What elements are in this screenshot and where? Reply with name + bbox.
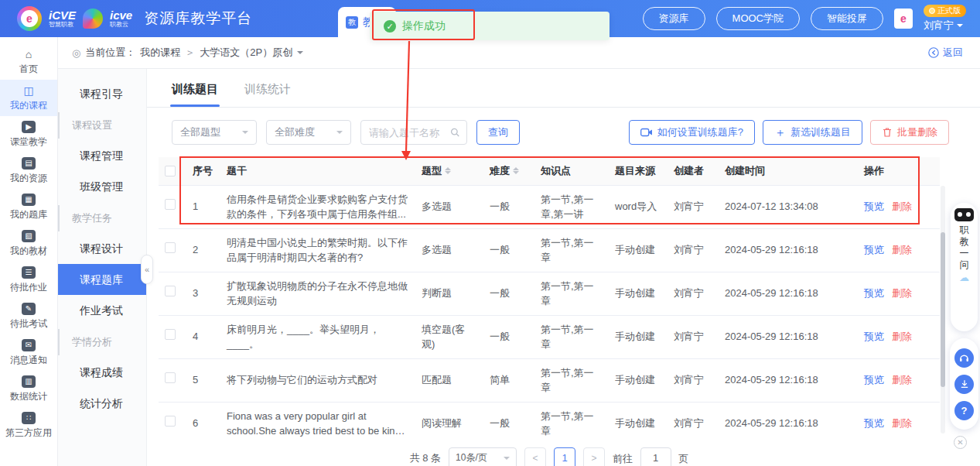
row-checkbox[interactable]: [165, 416, 176, 427]
logo-cluster: iCVE 智慧职教 icve 职教云 资源库教学平台: [17, 6, 252, 31]
app-root: iCVE 智慧职教 icve 职教云 资源库教学平台 资源库 MOOC学院 智能…: [0, 0, 980, 466]
preview-link[interactable]: 预览: [864, 416, 884, 431]
sidebar-item-pending-homework[interactable]: ☰ 待批作业: [0, 262, 57, 298]
my-courses-icon: ◫: [23, 84, 33, 97]
created-time: 2024-05-29 12:16:18: [719, 409, 858, 437]
next-page-button[interactable]: >: [583, 447, 605, 466]
knowledge-points: 第一节,第一章: [534, 272, 609, 315]
goto-page-input[interactable]: [640, 447, 671, 466]
course-menu-group-1: 课程设置: [58, 112, 146, 139]
table-scrollbar[interactable]: [941, 232, 945, 387]
preview-link[interactable]: 预览: [864, 242, 884, 258]
question-type-select[interactable]: 全部题型: [172, 120, 257, 145]
help-button[interactable]: ?: [954, 401, 974, 420]
sidebar-item-third-party-apps[interactable]: ∷ 第三方应用: [0, 407, 57, 444]
sidebar-item-data-statistics[interactable]: ▥ 数据统计: [0, 371, 57, 407]
row-checkbox[interactable]: [165, 286, 176, 296]
back-button[interactable]: 返回: [928, 46, 963, 60]
course-menu-item-9[interactable]: 课程成绩: [58, 357, 146, 388]
download-button[interactable]: [954, 375, 974, 394]
classroom-teaching-icon: ▶: [22, 121, 36, 133]
download-icon: [959, 379, 970, 389]
header-nav-button-2[interactable]: 智能投屏: [811, 7, 883, 30]
sidebar-item-my-resources[interactable]: ▤ 我的资源: [0, 152, 57, 189]
preview-link[interactable]: 预览: [864, 372, 884, 388]
delete-link[interactable]: 删除: [892, 329, 912, 344]
preview-link[interactable]: 预览: [864, 329, 884, 344]
home-icon: ⌂: [26, 48, 32, 60]
course-menu-item-3[interactable]: 班级管理: [58, 171, 146, 202]
sort-icon[interactable]: [513, 164, 519, 177]
row-checkbox[interactable]: [165, 329, 176, 340]
close-floating-button[interactable]: ✕: [954, 436, 967, 449]
data-statistics-icon: ▥: [22, 375, 36, 388]
row-number: 5: [186, 366, 220, 394]
delete-link[interactable]: 删除: [892, 199, 912, 214]
question-stem: 明清是中国小说史上的繁荣时期。以下作品属于明清时期四大名著的有?: [220, 229, 415, 272]
row-number: 1: [186, 193, 220, 221]
pending-homework-icon: ☰: [22, 266, 36, 279]
support-button[interactable]: [954, 348, 974, 368]
delete-link[interactable]: 删除: [892, 416, 912, 431]
prev-page-button[interactable]: <: [524, 447, 546, 466]
batch-delete-button[interactable]: 批量删除: [870, 120, 949, 145]
select-all-checkbox[interactable]: [165, 166, 176, 176]
col-题型[interactable]: 题型: [415, 157, 483, 185]
question-type: 多选题: [415, 236, 483, 264]
sidebar-item-my-courses[interactable]: ◫ 我的课程: [0, 80, 57, 116]
preview-link[interactable]: 预览: [864, 199, 884, 214]
created-time: 2024-05-29 12:16:18: [719, 279, 858, 307]
preview-link[interactable]: 预览: [864, 286, 884, 301]
app-shortcut-icon[interactable]: e: [894, 9, 913, 29]
header-nav-button-1[interactable]: MOOC学院: [716, 7, 800, 30]
add-questions-button[interactable]: ＋ 新选训练题目: [763, 120, 862, 145]
row-checkbox[interactable]: [165, 372, 176, 383]
course-menu-item-0[interactable]: 课程引导: [58, 78, 146, 109]
question-source: 手动创建: [609, 366, 668, 394]
creator: 刘宵宁: [668, 236, 719, 264]
question-stem: Fiona was a very popular girl at school.…: [220, 403, 415, 441]
delete-link[interactable]: 删除: [892, 372, 912, 388]
delete-link[interactable]: 删除: [892, 242, 912, 258]
breadcrumb-bar: ◎ 当前位置： 我的课程 ＞ 大学语文（2P）原创 返回: [58, 37, 980, 69]
search-input[interactable]: [369, 127, 450, 139]
current-page[interactable]: 1: [554, 447, 575, 466]
user-menu[interactable]: 刘宵宁: [924, 19, 963, 33]
course-menu-group-8: 学情分析: [58, 329, 146, 355]
question-difficulty: 一般: [483, 193, 534, 221]
sidebar-item-pending-exams[interactable]: ✎ 待批考试: [0, 298, 57, 334]
course-menu-item-10[interactable]: 统计分析: [58, 388, 146, 419]
row-checkbox[interactable]: [165, 242, 176, 253]
course-menu-item-2[interactable]: 课程管理: [58, 140, 146, 171]
sidebar-item-my-question-bank[interactable]: ▦ 我的题库: [0, 189, 57, 225]
row-checkbox[interactable]: [165, 199, 176, 210]
chevron-down-icon: [957, 24, 963, 30]
sort-icon[interactable]: [445, 164, 451, 177]
course-menu-item-6[interactable]: 课程题库: [58, 264, 146, 295]
header-nav-button-0[interactable]: 资源库: [643, 7, 705, 30]
sidebar-item-my-textbooks[interactable]: ▧ 我的教材: [0, 225, 57, 262]
col-创建者: 创建者: [668, 157, 719, 185]
tab-1[interactable]: 训练统计: [244, 82, 291, 107]
search-button[interactable]: 查询: [476, 120, 520, 145]
logo2-sub: 职教云: [110, 21, 132, 29]
table-row: 4 床前明月光，____。举头望明月，____。 填空题(客观) 一般 第一节,…: [159, 316, 940, 359]
breadcrumb-parent[interactable]: 我的课程: [140, 46, 180, 60]
sidebar-item-classroom-teaching[interactable]: ▶ 课堂教学: [0, 116, 57, 152]
course-menu-item-5[interactable]: 课程设计: [58, 233, 146, 264]
delete-link[interactable]: 删除: [892, 286, 912, 301]
zhijiao-yiwen-widget[interactable]: 职教一问 ☁: [951, 203, 978, 331]
course-menu-item-7[interactable]: 作业考试: [58, 295, 146, 326]
collapse-menu-button[interactable]: «: [141, 255, 153, 284]
sidebar-item-home[interactable]: ⌂ 首页: [0, 43, 57, 80]
col-难度[interactable]: 难度: [483, 157, 534, 185]
sidebar-item-messages[interactable]: ✉ 消息通知: [0, 334, 57, 371]
breadcrumb-current[interactable]: 大学语文（2P）原创: [200, 46, 292, 60]
knowledge-points: 第一节,第一章: [534, 403, 609, 441]
tab-0[interactable]: 训练题目: [172, 82, 218, 107]
chevron-down-icon[interactable]: [297, 51, 303, 57]
difficulty-select[interactable]: 全部难度: [266, 120, 351, 145]
created-time: 2024-05-29 12:16:18: [719, 366, 858, 394]
how-to-setup-button[interactable]: 如何设置训练题库?: [629, 120, 755, 145]
page-size-select[interactable]: 10条/页: [449, 447, 517, 466]
